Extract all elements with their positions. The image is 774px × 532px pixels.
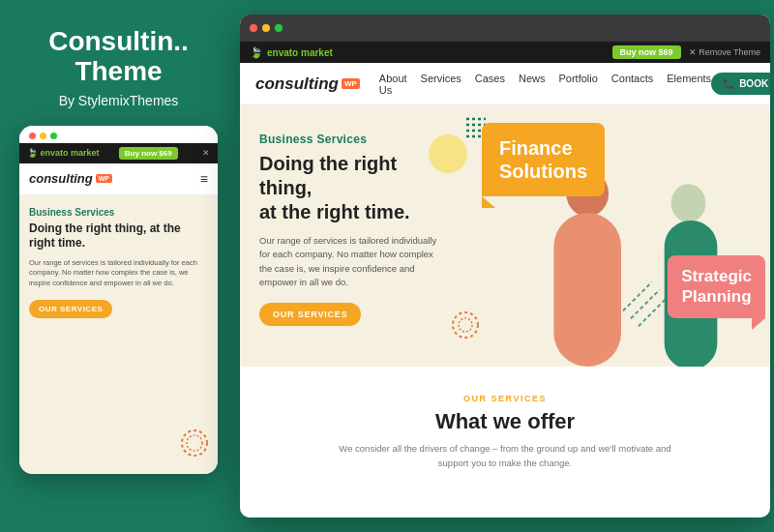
browser-dot-red — [250, 24, 257, 32]
envato-logo-text: envato market — [267, 47, 333, 58]
finance-solutions-bubble: Finance Solutions — [482, 123, 605, 196]
mobile-logo-text: consulting — [29, 171, 93, 186]
svg-line-14 — [623, 282, 652, 311]
envato-leaf-icon: 🍃 — [250, 46, 263, 59]
mobile-buy-button[interactable]: Buy now $69 — [119, 147, 178, 160]
hero-content: Business Services Doing the right thing,… — [240, 105, 462, 367]
book-call-button[interactable]: 📞 BOOK A CALL — [711, 73, 770, 95]
theme-subtitle: Theme — [74, 56, 162, 86]
mobile-dot-red — [29, 133, 36, 139]
hero-cta-button[interactable]: OUR SERVICES — [259, 303, 361, 326]
nav-link-elements[interactable]: Elements — [667, 73, 711, 96]
browser-titlebar — [240, 15, 770, 42]
strategic-planning-bubble: Strategic Planning — [668, 255, 765, 318]
site-nav: consulting WP About Us Services Cases Ne… — [240, 63, 770, 105]
site-logo-text: consulting — [255, 74, 339, 94]
svg-line-13 — [639, 297, 668, 326]
hero-desc: Our range of services is tailored indivi… — [259, 234, 443, 289]
strategic-line2: Planning — [682, 287, 752, 306]
envato-remove-button[interactable]: ✕ Remove Theme — [689, 47, 760, 57]
mobile-logo-wp: WP — [96, 174, 112, 183]
bottom-section: OUR SERVICES What we offer We consider a… — [240, 367, 770, 492]
site-logo: consulting WP — [255, 74, 360, 94]
hero-section: Business Services Doing the right thing,… — [240, 105, 770, 367]
svg-point-10 — [671, 184, 706, 222]
mobile-envato-bar: 🍃 envato market Buy now $69 ✕ — [19, 143, 218, 163]
theme-title-text: Consultin.. — [48, 26, 189, 56]
mobile-hero-desc: Our range of services is tailored indivi… — [29, 258, 208, 289]
our-services-label: OUR SERVICES — [463, 394, 547, 403]
finance-line2: Solutions — [499, 161, 587, 182]
mobile-logo: consulting WP — [29, 171, 112, 186]
nav-link-contacts[interactable]: Contacts — [611, 73, 653, 96]
main-browser-window: 🍃 envato market Buy now $69 ✕ Remove The… — [240, 15, 770, 517]
left-panel: Consultin.. Theme By StylemixThemes 🍃 en… — [0, 0, 237, 532]
nav-links: About Us Services Cases News Portfolio C… — [379, 73, 711, 96]
nav-link-news[interactable]: News — [519, 73, 546, 96]
svg-point-0 — [182, 430, 207, 456]
envato-logo: 🍃 envato market — [250, 46, 333, 59]
mobile-hero-title: Doing the right thing, at the right time… — [29, 222, 208, 251]
mobile-dot-yellow — [40, 133, 46, 139]
browser-dot-yellow — [262, 24, 270, 32]
svg-line-12 — [631, 290, 660, 319]
hero-title: Doing the right thing, at the right time… — [259, 152, 443, 224]
envato-top-bar: 🍃 envato market Buy now $69 ✕ Remove The… — [240, 42, 770, 63]
mobile-preview: 🍃 envato market Buy now $69 ✕ consulting… — [19, 126, 218, 474]
mobile-services-label: Business Services — [29, 207, 208, 218]
nav-link-about[interactable]: About Us — [379, 73, 407, 96]
mobile-envato-logo: 🍃 envato market — [27, 148, 100, 158]
mobile-hero: Business Services Doing the right thing,… — [19, 195, 218, 474]
browser-dot-green — [275, 24, 283, 32]
finance-line1: Finance — [499, 137, 573, 159]
hero-services-label: Business Services — [259, 133, 443, 146]
phone-icon: 📞 — [723, 78, 734, 89]
mobile-site-header: consulting WP ≡ — [19, 163, 218, 195]
nav-link-cases[interactable]: Cases — [475, 73, 505, 96]
offer-description: We consider all the drivers of change – … — [331, 442, 679, 470]
left-title: Consultin.. Theme — [48, 27, 189, 87]
nav-link-portfolio[interactable]: Portfolio — [558, 73, 597, 96]
envato-buy-button[interactable]: Buy now $69 — [612, 45, 681, 59]
svg-rect-9 — [553, 213, 621, 367]
mobile-stripe-deco-icon — [181, 429, 208, 457]
mobile-titlebar — [19, 126, 218, 143]
hero-title-line2: at the right time. — [259, 201, 410, 222]
book-call-label: BOOK A CALL — [739, 78, 770, 89]
site-logo-wp: WP — [342, 78, 360, 89]
hero-image-area: Finance Solutions Strategic Planning — [462, 105, 770, 367]
mobile-close-button[interactable]: ✕ — [202, 148, 210, 158]
what-we-offer-title: What we offer — [435, 409, 575, 434]
mobile-hamburger-icon[interactable]: ≡ — [200, 171, 208, 187]
nav-link-services[interactable]: Services — [421, 73, 461, 96]
envato-bar-actions: Buy now $69 ✕ Remove Theme — [612, 45, 760, 59]
strategic-line1: Strategic — [681, 267, 752, 285]
theme-by: By StylemixThemes — [59, 93, 179, 108]
mobile-hero-button[interactable]: OUR SERVICES — [29, 300, 112, 318]
mobile-dot-green — [50, 133, 57, 139]
svg-point-1 — [187, 435, 202, 451]
hero-title-line1: Doing the right thing, — [259, 153, 397, 198]
